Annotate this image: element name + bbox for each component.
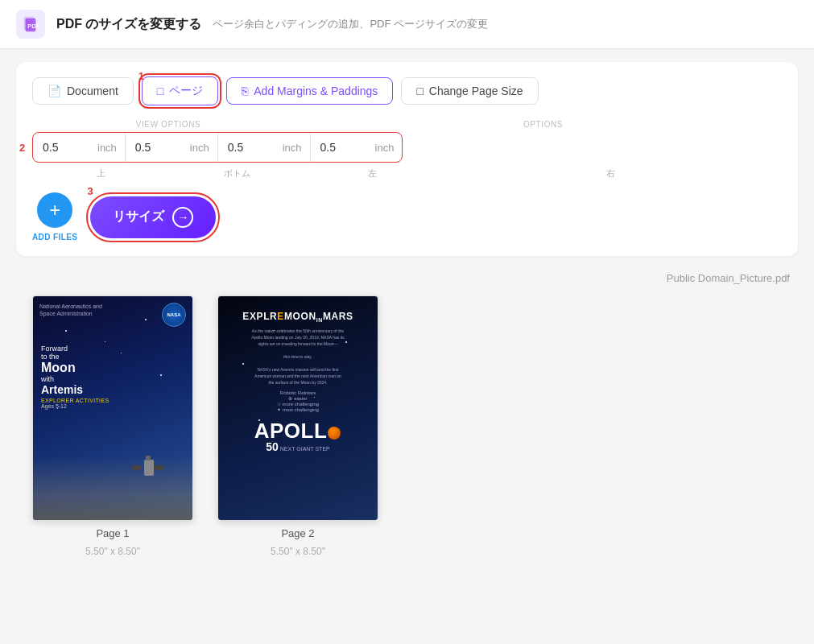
options-label: OPTIONS [304,120,782,129]
pages-grid: National Aeronautics andSpace Administra… [16,295,798,557]
resize-button[interactable]: リサイズ → [90,196,216,238]
margins-icon: ⎘ [242,85,248,97]
pdf-filename: Public Domain_Picture.pdf [16,272,798,284]
nasa-text: National Aeronautics andSpace Administra… [39,303,102,317]
page-title: PDF のサイズを変更する [56,16,201,33]
resize-button-wrapper: 3 リサイズ → [90,196,216,238]
page-1-label: Page 1 [96,527,129,539]
tabs-row: 📄 Document 1 □ ページ ⎘ Add Margins & Paddi… [32,76,782,105]
unit-top: inch [97,142,125,154]
input-top-value[interactable] [33,133,97,162]
section-labels: VIEW OPTIONS OPTIONS [32,120,782,129]
apollo-body-text: As the nation celebrates the 50th annive… [243,323,352,390]
resize-icon: □ [416,85,423,97]
col-label-left: 左 [304,167,440,180]
satellite-shape [128,448,168,488]
unit-bottom: inch [190,142,217,154]
svg-rect-5 [155,465,164,470]
page-1-size: 5.50" x 8.50" [85,546,140,557]
controls-row: + ADD FILES 3 リサイズ → [32,192,782,242]
input-bottom: inch [126,133,218,162]
unit-left: inch [283,142,310,154]
page-subtitle: ページ余白とパディングの追加、PDF ページサイズの変更 [213,17,488,31]
add-files-button[interactable]: + ADD FILES [32,192,77,242]
nasa-badge: NASA [162,303,186,327]
column-labels: 上 ボトム 左 右 [32,167,782,180]
apollo-content: EXPLREMOONINMARS As the nation celebrate… [218,296,378,520]
page-icon: □ [157,85,163,97]
apollo-sub-text: Robotic Retirees ⊕ easier ☆ more challen… [269,390,327,412]
tab-change-size[interactable]: □ Change Page Size [401,77,538,105]
inputs-section: 2 inch inch inch inch [32,132,782,163]
add-files-label: ADD FILES [32,233,77,242]
svg-rect-6 [146,456,151,460]
annotation-3: 3 [87,185,93,197]
apollo-logo: APOLL 50 NEXT GIANT STEP [254,420,342,452]
page-item-1: National Aeronautics andSpace Administra… [32,295,193,557]
add-files-icon: + [37,192,72,228]
view-options-label: VIEW OPTIONS [32,120,304,129]
tab-page-wrapper: 1 □ ページ [142,76,218,105]
main-content: 📄 Document 1 □ ページ ⎘ Add Margins & Paddi… [0,49,814,570]
col-label-bottom: ボトム [169,167,304,180]
moon-forward-text: Forward to the Moon with Artemis Explore… [41,345,109,409]
page-2-size: 5.50" x 8.50" [271,546,325,557]
input-right-value[interactable] [311,133,375,162]
page-thumbnail-2[interactable]: EXPLREMOONINMARS As the nation celebrate… [217,295,378,521]
annotation-1: 1 [138,70,144,82]
input-left-value[interactable] [218,133,283,162]
app-logo: PDF [16,10,45,39]
input-left: inch [218,133,311,162]
annotation-2: 2 [19,142,25,154]
input-bottom-value[interactable] [126,133,190,162]
resize-arrow-icon: → [172,207,193,228]
resize-button-label: リサイズ [113,208,164,225]
unit-right: inch [375,142,403,154]
app-header: PDF PDF のサイズを変更する ページ余白とパディングの追加、PDF ページ… [0,0,814,49]
svg-rect-3 [144,460,154,476]
explore-text: EXPLREMOONINMARS [242,311,353,323]
input-right: inch [311,133,403,162]
tab-add-margins[interactable]: ⎘ Add Margins & Paddings [226,77,393,105]
col-label-right: 右 [440,167,782,180]
tab-document[interactable]: 📄 Document [32,77,134,105]
document-icon: 📄 [48,85,61,97]
tab-page[interactable]: □ ページ [142,76,218,105]
col-label-top: 上 [32,167,169,180]
page-2-label: Page 2 [281,527,314,539]
tool-panel: 📄 Document 1 □ ページ ⎘ Add Margins & Paddi… [16,62,798,256]
page-thumbnail-1[interactable]: National Aeronautics andSpace Administra… [32,295,193,521]
svg-text:PDF: PDF [27,23,39,30]
svg-rect-4 [132,465,142,470]
page-item-2: EXPLREMOONINMARS As the nation celebrate… [217,295,378,557]
inputs-row: inch inch inch inch [32,132,403,163]
moon-surface [33,456,192,520]
input-top: inch [33,133,126,162]
